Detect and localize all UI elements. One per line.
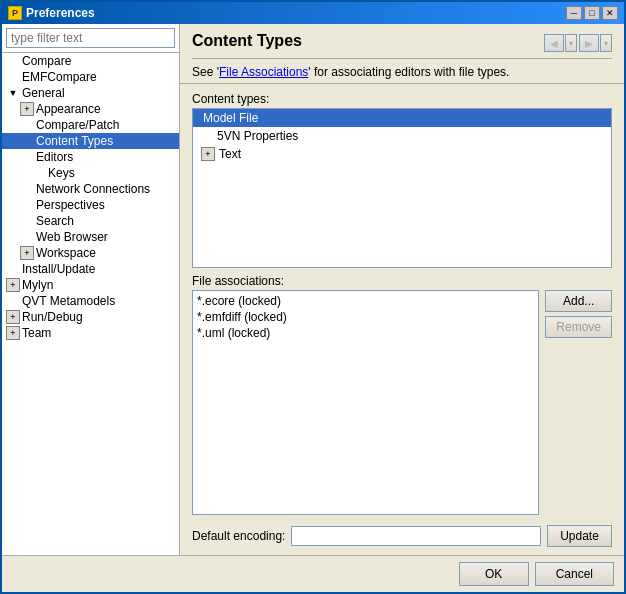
encoding-row: Default encoding: Update <box>192 525 612 547</box>
ok-button[interactable]: OK <box>459 562 529 586</box>
tree-label-appearance: Appearance <box>34 102 101 116</box>
fa-item-emfdiff: *.emfdiff (locked) <box>195 309 536 325</box>
nav-forward-dropdown[interactable]: ▾ <box>600 34 612 52</box>
tree-item-qvt-metamodels[interactable]: QVT Metamodels <box>2 293 179 309</box>
remove-button[interactable]: Remove <box>545 316 612 338</box>
expander-editors <box>20 150 34 164</box>
desc-suffix: ' for associating editors with file type… <box>308 65 509 79</box>
expander-content-types <box>20 134 34 148</box>
file-assoc-box[interactable]: *.ecore (locked) *.emfdiff (locked) *.um… <box>192 290 539 515</box>
expander-compare-patch <box>20 118 34 132</box>
expander-team[interactable]: + <box>6 326 20 340</box>
tree-label-keys: Keys <box>46 166 75 180</box>
encoding-input[interactable] <box>291 526 541 546</box>
fa-item-ecore: *.ecore (locked) <box>195 293 536 309</box>
maximize-button[interactable]: □ <box>584 6 600 20</box>
tree-label-workspace: Workspace <box>34 246 96 260</box>
tree-item-team[interactable]: + Team <box>2 325 179 341</box>
right-header: Content Types ◀ ▾ ▶ ▾ See 'File Associat… <box>180 24 624 84</box>
expander-network-connections <box>20 182 34 196</box>
tree-item-install-update[interactable]: Install/Update <box>2 261 179 277</box>
tree-label-search: Search <box>34 214 74 228</box>
minimize-button[interactable]: ─ <box>566 6 582 20</box>
tree-item-general[interactable]: ▼ General <box>2 85 179 101</box>
expander-text[interactable]: + <box>201 147 215 161</box>
update-button[interactable]: Update <box>547 525 612 547</box>
add-button[interactable]: Add... <box>545 290 612 312</box>
tree-label-perspectives: Perspectives <box>34 198 105 212</box>
file-associations-link[interactable]: File Associations <box>219 65 308 79</box>
expander-emfcompare <box>6 70 20 84</box>
content-types-box[interactable]: Model File 5VN Properties + Text <box>192 108 612 268</box>
filter-input[interactable] <box>6 28 175 48</box>
tree-item-workspace[interactable]: + Workspace <box>2 245 179 261</box>
expander-search <box>20 214 34 228</box>
ct-item-5vn-properties[interactable]: 5VN Properties <box>193 127 611 145</box>
tree-label-mylyn: Mylyn <box>20 278 53 292</box>
ct-label-5vn-properties: 5VN Properties <box>215 129 298 143</box>
tree-item-compare[interactable]: Compare <box>2 53 179 69</box>
content-types-label: Content types: <box>192 92 612 106</box>
header-separator <box>192 58 612 59</box>
title-controls: ─ □ ✕ <box>566 6 618 20</box>
window-title: Preferences <box>26 6 95 20</box>
content-types-section: Content types: Model File 5VN Properties <box>192 92 612 268</box>
title-bar-left: P Preferences <box>8 6 95 20</box>
tree-item-perspectives[interactable]: Perspectives <box>2 197 179 213</box>
tree-label-install-update: Install/Update <box>20 262 95 276</box>
window-icon: P <box>8 6 22 20</box>
tree-item-mylyn[interactable]: + Mylyn <box>2 277 179 293</box>
right-panel-title: Content Types <box>192 32 302 50</box>
expander-general[interactable]: ▼ <box>6 86 20 100</box>
tree-item-network-connections[interactable]: Network Connections <box>2 181 179 197</box>
tree-label-team: Team <box>20 326 51 340</box>
expander-compare <box>6 54 20 68</box>
preferences-window: P Preferences ─ □ ✕ Compare <box>0 0 626 594</box>
tree-label-compare-patch: Compare/Patch <box>34 118 119 132</box>
tree-label-run-debug: Run/Debug <box>20 310 83 324</box>
nav-back-button[interactable]: ◀ <box>544 34 564 52</box>
tree-item-appearance[interactable]: + Appearance <box>2 101 179 117</box>
right-body: Content types: Model File 5VN Properties <box>180 84 624 555</box>
right-description: See 'File Associations' for associating … <box>192 65 612 79</box>
expander-run-debug[interactable]: + <box>6 310 20 324</box>
tree-item-editors[interactable]: Editors <box>2 149 179 165</box>
tree-label-emfcompare: EMFCompare <box>20 70 97 84</box>
expander-mylyn[interactable]: + <box>6 278 20 292</box>
fa-buttons: Add... Remove <box>545 290 612 515</box>
right-panel: Content Types ◀ ▾ ▶ ▾ See 'File Associat… <box>180 24 624 555</box>
tree-item-keys[interactable]: Keys <box>2 165 179 181</box>
left-panel: Compare EMFCompare ▼ General + <box>2 24 180 555</box>
tree-label-web-browser: Web Browser <box>34 230 108 244</box>
ct-item-model-file[interactable]: Model File <box>193 109 611 127</box>
tree-label-general: General <box>20 86 65 100</box>
bottom-bar: OK Cancel <box>2 555 624 592</box>
file-assoc-label: File associations: <box>192 274 612 288</box>
file-assoc-section: File associations: *.ecore (locked) *.em… <box>192 274 612 515</box>
file-assoc-row: *.ecore (locked) *.emfdiff (locked) *.um… <box>192 290 612 515</box>
tree-item-compare-patch[interactable]: Compare/Patch <box>2 117 179 133</box>
tree-item-web-browser[interactable]: Web Browser <box>2 229 179 245</box>
content-area: Compare EMFCompare ▼ General + <box>2 24 624 555</box>
ct-item-text[interactable]: + Text <box>193 145 611 163</box>
expander-workspace[interactable]: + <box>20 246 34 260</box>
tree-area: Compare EMFCompare ▼ General + <box>2 52 179 555</box>
expander-appearance[interactable]: + <box>20 102 34 116</box>
nav-back-dropdown[interactable]: ▾ <box>565 34 577 52</box>
tree-label-editors: Editors <box>34 150 73 164</box>
encoding-label: Default encoding: <box>192 529 285 543</box>
tree-item-emfcompare[interactable]: EMFCompare <box>2 69 179 85</box>
title-bar: P Preferences ─ □ ✕ <box>2 2 624 24</box>
ct-label-model-file: Model File <box>201 111 258 125</box>
tree-item-content-types[interactable]: Content Types <box>2 133 179 149</box>
right-header-row: Content Types ◀ ▾ ▶ ▾ <box>192 32 612 54</box>
nav-forward-button[interactable]: ▶ <box>579 34 599 52</box>
close-button[interactable]: ✕ <box>602 6 618 20</box>
fa-item-uml: *.uml (locked) <box>195 325 536 341</box>
cancel-button[interactable]: Cancel <box>535 562 614 586</box>
tree-label-qvt-metamodels: QVT Metamodels <box>20 294 115 308</box>
tree-item-run-debug[interactable]: + Run/Debug <box>2 309 179 325</box>
tree-item-search[interactable]: Search <box>2 213 179 229</box>
ct-label-text: Text <box>217 147 241 161</box>
nav-arrows: ◀ ▾ ▶ ▾ <box>544 34 612 52</box>
